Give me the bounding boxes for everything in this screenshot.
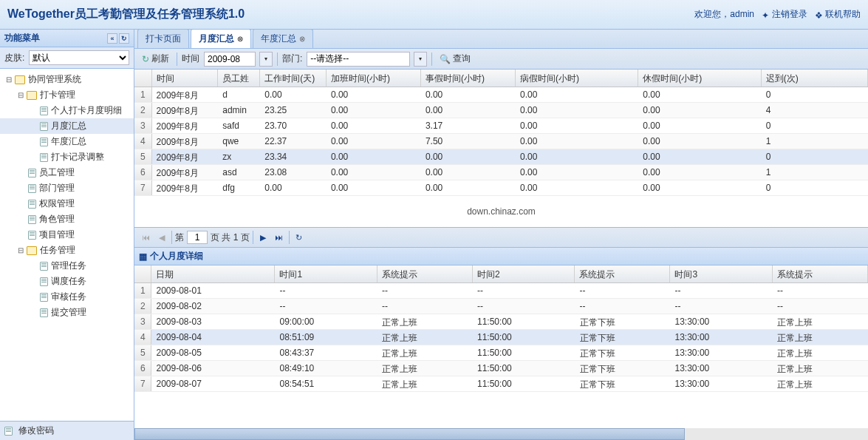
- row-number: 7: [134, 180, 152, 195]
- cell: 正常上班: [773, 314, 868, 329]
- tree-node[interactable]: ⊟协同管理系统: [0, 72, 134, 87]
- col-ot[interactable]: 加班时间(小时): [327, 70, 421, 87]
- change-password-link[interactable]: 修改密码: [0, 421, 134, 440]
- time-dropdown-icon[interactable]: ▾: [259, 52, 273, 67]
- tree-node[interactable]: 调度任务: [0, 274, 134, 289]
- tree-node[interactable]: 年度汇总: [0, 134, 134, 149]
- dept-select[interactable]: [307, 52, 410, 67]
- table-row[interactable]: 4 2009年8月 qwe 22.37 0.00 7.50 0.00 0.00 …: [134, 134, 868, 149]
- col-late[interactable]: 迟到(次): [762, 70, 868, 87]
- col-sick-leave[interactable]: 病假时间(小时): [516, 70, 638, 87]
- cell: 0.00: [638, 118, 761, 133]
- tree-node[interactable]: 管理任务: [0, 258, 134, 274]
- col-time3[interactable]: 时间3: [670, 265, 773, 282]
- logout-link[interactable]: ✦注销登录: [762, 8, 807, 21]
- table-row[interactable]: 5 2009-08-05 08:43:37 正常上班 11:50:00 正常下班…: [134, 345, 868, 361]
- cell: 0.00: [638, 103, 761, 118]
- table-row[interactable]: 2 2009年8月 admin 23.25 0.00 0.00 0.00 0.0…: [134, 103, 868, 118]
- cell: 正常上班: [773, 345, 868, 360]
- tree-node[interactable]: 部门管理: [0, 180, 134, 196]
- col-hint3[interactable]: 系统提示: [773, 265, 868, 282]
- cell: 08:43:37: [276, 345, 378, 360]
- table-row[interactable]: 7 2009年8月 dfg 0.00 0.00 0.00 0.00 0.00 0: [134, 180, 868, 196]
- tree-node[interactable]: ⊟打卡管理: [0, 87, 134, 103]
- collapse-left-icon[interactable]: «: [107, 33, 117, 44]
- tab-close-icon[interactable]: ⊗: [237, 35, 243, 43]
- cell: qwe: [218, 134, 260, 149]
- col-time2[interactable]: 时间2: [473, 265, 575, 282]
- cell: 08:49:10: [276, 361, 378, 376]
- tree-node[interactable]: 角色管理: [0, 211, 134, 227]
- table-row[interactable]: 6 2009-08-06 08:49:10 正常上班 11:50:00 正常下班…: [134, 361, 868, 376]
- logout-icon: ✦: [762, 10, 770, 19]
- tree-label: 项目管理: [39, 229, 75, 241]
- time-input[interactable]: [204, 52, 256, 67]
- table-row[interactable]: 6 2009年8月 asd 23.08 0.00 0.00 0.00 0.00 …: [134, 165, 868, 180]
- tab[interactable]: 打卡页面: [137, 30, 189, 48]
- col-work[interactable]: 工作时间(天): [260, 70, 327, 87]
- document-icon: [40, 153, 48, 162]
- tree-label: 员工管理: [39, 166, 75, 179]
- pager-page-input[interactable]: [187, 231, 208, 244]
- pager-next-icon[interactable]: ▶: [256, 231, 270, 244]
- table-row[interactable]: 1 2009年8月 d 0.00 0.00 0.00 0.00 0.00 0: [134, 87, 868, 103]
- horizontal-scrollbar[interactable]: [134, 428, 868, 440]
- pager-last-icon[interactable]: ⏭: [273, 231, 286, 244]
- col-name[interactable]: 员工姓名: [218, 70, 260, 87]
- tree-node[interactable]: 员工管理: [0, 165, 134, 180]
- table-row[interactable]: 4 2009-08-04 08:51:09 正常上班 11:50:00 正常下班…: [134, 330, 868, 345]
- cell: 2009-08-04: [151, 330, 275, 345]
- tree-node[interactable]: ⊟任务管理: [0, 243, 134, 258]
- pager-prev-icon[interactable]: ◀: [155, 231, 168, 244]
- table-row[interactable]: 2 2009-08-02 -- -- -- -- -- --: [134, 299, 868, 314]
- help-icon: ❖: [815, 10, 824, 19]
- cell: 4: [762, 103, 868, 118]
- toggle-icon[interactable]: ⊟: [16, 91, 25, 100]
- col-time[interactable]: 时间: [152, 70, 219, 87]
- skin-select[interactable]: 默认: [29, 50, 129, 65]
- col-personal-leave[interactable]: 事假时间(小时): [421, 70, 516, 87]
- detail-grid: 日期 时间1 系统提示 时间2 系统提示 时间3 系统提示 1 2009-08-…: [134, 265, 868, 440]
- search-button[interactable]: 🔍查询: [437, 51, 474, 67]
- toggle-icon[interactable]: ⊟: [16, 246, 25, 255]
- table-row[interactable]: 3 2009-08-03 09:00:00 正常上班 11:50:00 正常下班…: [134, 314, 868, 330]
- help-link[interactable]: ❖联机帮助: [815, 8, 861, 21]
- refresh-button[interactable]: ↻刷新: [139, 51, 172, 67]
- toggle-icon[interactable]: ⊟: [4, 75, 13, 84]
- row-number: 1: [134, 283, 151, 298]
- cell: 正常上班: [377, 330, 473, 345]
- table-row[interactable]: 5 2009年8月 zx 23.34 0.00 0.00 0.00 0.00 0: [134, 149, 868, 165]
- folder-icon: [27, 246, 37, 255]
- table-row[interactable]: 7 2009-08-07 08:54:51 正常上班 11:50:00 正常下班…: [134, 376, 868, 392]
- col-vacation[interactable]: 休假时间(小时): [638, 70, 761, 87]
- cell: 23.34: [260, 149, 327, 164]
- pager-refresh-icon[interactable]: ↻: [293, 231, 306, 244]
- document-icon: [28, 215, 36, 224]
- table-row[interactable]: 1 2009-08-01 -- -- -- -- -- --: [134, 283, 868, 299]
- col-hint1[interactable]: 系统提示: [377, 265, 473, 282]
- cell: 2009-08-01: [151, 283, 275, 298]
- col-hint2[interactable]: 系统提示: [575, 265, 670, 282]
- tree-node[interactable]: 权限管理: [0, 196, 134, 211]
- col-date[interactable]: 日期: [151, 265, 275, 282]
- refresh-panel-icon[interactable]: ↻: [119, 33, 129, 44]
- tab[interactable]: 月度汇总⊗: [191, 30, 251, 48]
- tree-node[interactable]: 审核任务: [0, 289, 134, 305]
- tree-node[interactable]: 月度汇总: [0, 118, 134, 134]
- col-time1[interactable]: 时间1: [275, 265, 377, 282]
- table-row[interactable]: 3 2009年8月 safd 23.70 0.00 3.17 0.00 0.00…: [134, 118, 868, 134]
- cell: 11:50:00: [473, 376, 575, 391]
- pager: ⏮ ◀ 第 页 共 1 页 ▶ ⏭ ↻: [134, 227, 868, 248]
- tree-node[interactable]: 提交管理: [0, 305, 134, 320]
- cell: --: [773, 299, 868, 314]
- tree-node[interactable]: 打卡记录调整: [0, 149, 134, 165]
- pager-first-icon[interactable]: ⏮: [139, 231, 152, 244]
- tree-node[interactable]: 个人打卡月度明细: [0, 103, 134, 118]
- tab[interactable]: 年度汇总⊗: [253, 30, 313, 48]
- cell: 7.50: [421, 134, 516, 149]
- dept-dropdown-icon[interactable]: ▾: [414, 52, 427, 67]
- cell: d: [218, 87, 260, 102]
- cell: --: [671, 283, 773, 298]
- tab-close-icon[interactable]: ⊗: [299, 35, 305, 43]
- tree-node[interactable]: 项目管理: [0, 227, 134, 243]
